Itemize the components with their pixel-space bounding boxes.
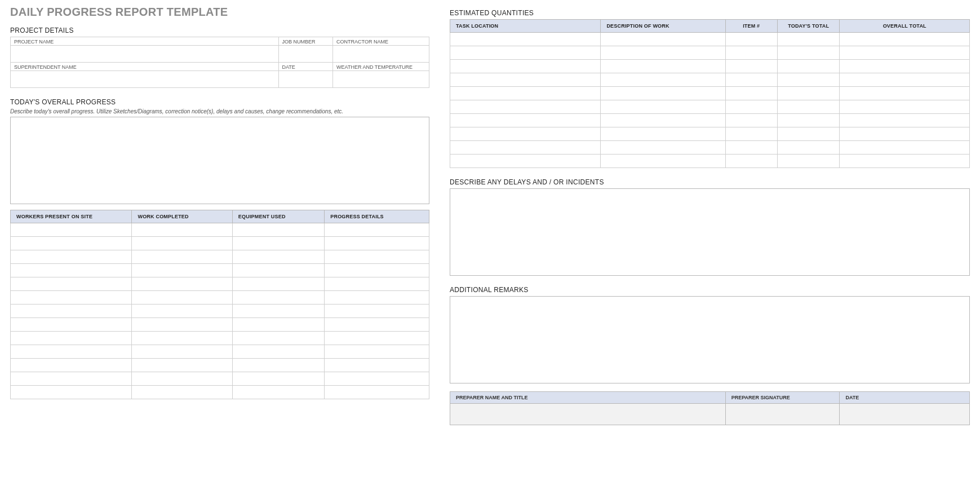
cell-overall[interactable] — [840, 60, 970, 73]
cell-description[interactable] — [601, 114, 725, 127]
cell-overall[interactable] — [840, 141, 970, 155]
cell-workers[interactable] — [11, 250, 132, 264]
cell-description[interactable] — [601, 46, 725, 60]
cell-location[interactable] — [450, 114, 601, 127]
cell-details[interactable] — [325, 345, 429, 359]
cell-workers[interactable] — [11, 386, 132, 399]
cell-completed[interactable] — [132, 250, 232, 264]
input-preparer-signature[interactable] — [725, 404, 840, 425]
input-preparer-name[interactable] — [450, 404, 726, 425]
cell-workers[interactable] — [11, 318, 132, 332]
cell-workers[interactable] — [11, 345, 132, 359]
cell-equipment[interactable] — [232, 345, 324, 359]
cell-completed[interactable] — [132, 318, 232, 332]
input-project-name[interactable] — [11, 46, 279, 63]
cell-completed[interactable] — [132, 277, 232, 291]
cell-item[interactable] — [725, 46, 777, 60]
cell-location[interactable] — [450, 100, 601, 114]
input-job-number[interactable] — [278, 46, 333, 63]
cell-equipment[interactable] — [232, 277, 324, 291]
cell-workers[interactable] — [11, 332, 132, 345]
cell-overall[interactable] — [840, 100, 970, 114]
cell-today[interactable] — [777, 73, 840, 87]
cell-details[interactable] — [325, 264, 429, 277]
cell-details[interactable] — [325, 359, 429, 372]
cell-equipment[interactable] — [232, 250, 324, 264]
cell-overall[interactable] — [840, 87, 970, 100]
cell-description[interactable] — [601, 33, 725, 46]
cell-location[interactable] — [450, 141, 601, 155]
cell-today[interactable] — [777, 87, 840, 100]
cell-today[interactable] — [777, 46, 840, 60]
cell-description[interactable] — [601, 127, 725, 141]
textarea-remarks[interactable] — [450, 296, 970, 383]
cell-today[interactable] — [777, 60, 840, 73]
cell-equipment[interactable] — [232, 318, 324, 332]
cell-details[interactable] — [325, 223, 429, 237]
cell-today[interactable] — [777, 141, 840, 155]
cell-details[interactable] — [325, 250, 429, 264]
cell-item[interactable] — [725, 33, 777, 46]
cell-description[interactable] — [601, 141, 725, 155]
input-superintendent-name[interactable] — [11, 71, 279, 88]
cell-equipment[interactable] — [232, 291, 324, 305]
cell-description[interactable] — [601, 155, 725, 168]
cell-completed[interactable] — [132, 264, 232, 277]
cell-location[interactable] — [450, 127, 601, 141]
cell-details[interactable] — [325, 291, 429, 305]
cell-location[interactable] — [450, 73, 601, 87]
cell-workers[interactable] — [11, 305, 132, 318]
cell-workers[interactable] — [11, 277, 132, 291]
cell-overall[interactable] — [840, 114, 970, 127]
cell-workers[interactable] — [11, 291, 132, 305]
cell-item[interactable] — [725, 114, 777, 127]
cell-equipment[interactable] — [232, 359, 324, 372]
cell-equipment[interactable] — [232, 223, 324, 237]
input-contractor-name[interactable] — [333, 46, 429, 63]
cell-details[interactable] — [325, 318, 429, 332]
cell-workers[interactable] — [11, 223, 132, 237]
cell-overall[interactable] — [840, 33, 970, 46]
cell-completed[interactable] — [132, 386, 232, 399]
cell-today[interactable] — [777, 100, 840, 114]
cell-item[interactable] — [725, 127, 777, 141]
cell-equipment[interactable] — [232, 237, 324, 250]
cell-completed[interactable] — [132, 372, 232, 386]
input-weather[interactable] — [333, 71, 429, 88]
cell-description[interactable] — [601, 60, 725, 73]
cell-equipment[interactable] — [232, 386, 324, 399]
cell-item[interactable] — [725, 100, 777, 114]
cell-equipment[interactable] — [232, 372, 324, 386]
cell-completed[interactable] — [132, 223, 232, 237]
textarea-delays[interactable] — [450, 188, 970, 276]
cell-workers[interactable] — [11, 359, 132, 372]
cell-overall[interactable] — [840, 73, 970, 87]
cell-today[interactable] — [777, 127, 840, 141]
cell-overall[interactable] — [840, 46, 970, 60]
cell-details[interactable] — [325, 237, 429, 250]
cell-completed[interactable] — [132, 359, 232, 372]
textarea-overall-progress[interactable] — [10, 117, 429, 204]
cell-today[interactable] — [777, 155, 840, 168]
cell-location[interactable] — [450, 87, 601, 100]
cell-overall[interactable] — [840, 155, 970, 168]
cell-item[interactable] — [725, 73, 777, 87]
cell-workers[interactable] — [11, 264, 132, 277]
cell-completed[interactable] — [132, 305, 232, 318]
cell-location[interactable] — [450, 33, 601, 46]
input-signoff-date[interactable] — [840, 404, 970, 425]
cell-completed[interactable] — [132, 332, 232, 345]
cell-location[interactable] — [450, 155, 601, 168]
cell-item[interactable] — [725, 87, 777, 100]
cell-equipment[interactable] — [232, 264, 324, 277]
cell-today[interactable] — [777, 114, 840, 127]
cell-details[interactable] — [325, 277, 429, 291]
cell-location[interactable] — [450, 46, 601, 60]
cell-details[interactable] — [325, 305, 429, 318]
cell-item[interactable] — [725, 141, 777, 155]
cell-item[interactable] — [725, 60, 777, 73]
cell-item[interactable] — [725, 155, 777, 168]
cell-description[interactable] — [601, 73, 725, 87]
cell-description[interactable] — [601, 100, 725, 114]
cell-description[interactable] — [601, 87, 725, 100]
